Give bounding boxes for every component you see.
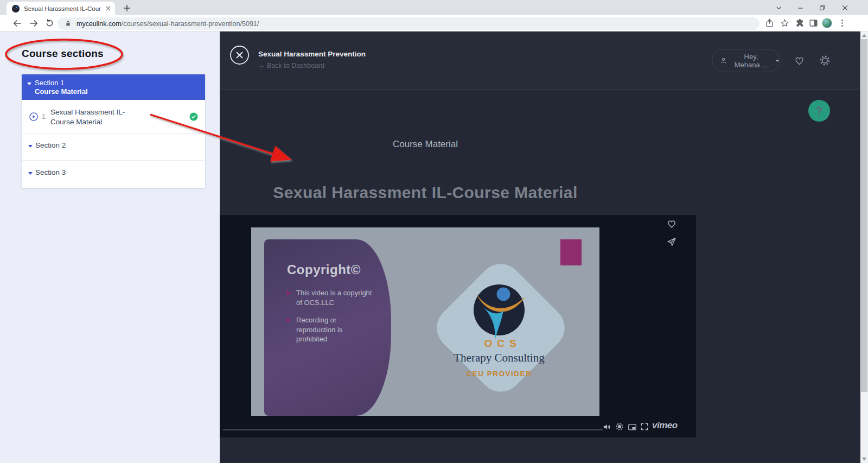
chevron-down-icon	[27, 83, 31, 85]
course-main-panel: Sexual Harassment Prevention ← Back to D…	[220, 31, 860, 463]
user-icon	[719, 56, 727, 65]
scrollbar-down-arrow[interactable]	[862, 458, 866, 460]
bookmark-star-icon[interactable]	[780, 18, 790, 29]
course-sections-sidebar: Course sections Section 1 Course Materia…	[0, 31, 220, 463]
chevron-down-icon	[28, 172, 33, 175]
lesson-item[interactable]: 1 Sexual Harassment IL- Course Material	[22, 100, 205, 134]
browser-forward-button[interactable]	[28, 18, 39, 29]
vimeo-logo[interactable]: vimeo	[652, 420, 678, 431]
slide-bullet-1: This video is a copyright of OCS.LLC	[287, 288, 372, 307]
video-slide: Copyright© This video is a copyright of …	[251, 227, 599, 416]
browser-tab[interactable]: Sexual Harassment IL-Course Ma	[7, 2, 115, 15]
volume-icon[interactable]	[602, 422, 611, 432]
scrollbar-thumb[interactable]	[861, 39, 867, 392]
user-greeting-label: Hey, Mehana ...	[731, 53, 771, 69]
bullet-1-line-1: This video is a copyright	[296, 288, 372, 298]
video-settings-gear-icon[interactable]	[615, 422, 624, 431]
back-arrow-icon: ←	[258, 62, 265, 69]
vimeo-player[interactable]: Copyright© This video is a copyright of …	[220, 215, 696, 437]
section-1-header[interactable]: Section 1 Course Material	[22, 74, 205, 100]
back-to-dashboard-label: Back to Dashboard	[267, 62, 324, 69]
section-2-header[interactable]: Section 2	[22, 134, 205, 161]
window-restore-button[interactable]	[812, 0, 832, 15]
window-minimize-button[interactable]	[790, 0, 810, 15]
scrollbar-up-arrow[interactable]	[862, 34, 866, 37]
picture-in-picture-icon[interactable]	[628, 423, 637, 432]
page-scrollbar[interactable]	[860, 31, 868, 463]
favorite-heart-icon[interactable]	[793, 54, 806, 67]
lesson-page-title: Sexual Harassment IL-Course Material	[220, 183, 631, 202]
url-domain: myceulink.com	[76, 20, 122, 28]
caret-down-icon	[775, 60, 780, 62]
bullet-2-line-3: prohibited	[296, 334, 342, 344]
lesson-title-line2: Course Material	[50, 117, 125, 127]
profile-avatar[interactable]	[822, 18, 832, 28]
window-close-button[interactable]	[834, 0, 855, 15]
ocs-logo-figure	[469, 280, 529, 340]
browser-back-button[interactable]	[12, 18, 23, 29]
bullet-triangle-icon	[287, 318, 290, 322]
chevron-down-icon	[28, 145, 33, 148]
browser-tab-strip: Sexual Harassment IL-Course Ma	[0, 0, 868, 15]
side-panel-icon[interactable]	[808, 18, 819, 29]
url-path: /courses/sexual-harassment-prevention/50…	[122, 20, 259, 28]
screenshot-root: Sexual Harassment IL-Course Ma	[0, 0, 868, 463]
settings-gear-icon[interactable]	[819, 54, 831, 67]
new-tab-button[interactable]	[122, 3, 132, 14]
browser-toolbar: myceulink.com/courses/sexual-harassment-…	[0, 15, 868, 31]
tab-title: Sexual Harassment IL-Course Ma	[24, 5, 101, 12]
bullet-1-line-2: of OCS.LLC	[296, 298, 372, 308]
address-bar[interactable]: myceulink.com/courses/sexual-harassment-…	[58, 17, 760, 30]
course-header: Sexual Harassment Prevention ← Back to D…	[220, 31, 860, 90]
section-3-label: Section 3	[35, 168, 66, 176]
url-text: myceulink.com/courses/sexual-harassment-…	[76, 20, 259, 28]
slide-bullet-2: Recording or reproduction is prohibited	[287, 315, 342, 344]
lesson-title-line1: Sexual Harassment IL-	[50, 107, 125, 117]
play-circle-icon	[29, 112, 39, 122]
bullet-triangle-icon	[287, 291, 290, 295]
browser-reload-button[interactable]	[44, 18, 55, 29]
bullet-2-line-2: reproduction is	[296, 325, 342, 335]
course-title: Sexual Harassment Prevention	[258, 50, 366, 58]
app-content: Course sections Section 1 Course Materia…	[0, 31, 868, 463]
fullscreen-icon[interactable]	[640, 422, 649, 431]
site-favicon-icon	[12, 5, 20, 12]
slide-accent-rectangle	[560, 239, 582, 265]
video-share-plane-icon[interactable]	[666, 236, 678, 248]
ocs-logo-acronym: OCS	[418, 338, 583, 350]
back-to-dashboard-link[interactable]: ← Back to Dashboard	[258, 62, 324, 69]
user-menu-button[interactable]: Hey, Mehana ...	[712, 49, 780, 72]
slide-copyright-panel: Copyright© This video is a copyright of …	[264, 239, 391, 416]
lesson-number: 1	[42, 112, 46, 120]
bullet-2-line-1: Recording or	[296, 315, 342, 325]
sections-card: Section 1 Course Material 1 Sexual Haras…	[22, 74, 205, 188]
lock-icon	[64, 20, 72, 28]
section-3-header[interactable]: Section 3	[22, 161, 205, 188]
slide-title: Copyright©	[287, 262, 361, 277]
tab-close-icon[interactable]	[106, 6, 111, 11]
ocs-logo-name: Therapy Consulting	[418, 351, 580, 365]
section-eyebrow: Course Material	[220, 139, 631, 150]
extensions-puzzle-icon[interactable]	[795, 18, 806, 29]
sidebar-heading: Course sections	[22, 48, 104, 60]
tab-search-icon[interactable]	[768, 0, 789, 15]
section-1-sublabel: Course Material	[35, 87, 88, 96]
section-1-label: Section 1	[35, 79, 64, 87]
video-like-heart-icon[interactable]	[666, 218, 678, 230]
completed-check-icon	[189, 112, 199, 122]
section-2-label: Section 2	[35, 141, 66, 149]
ocs-logo-tagline: CEU PROVIDER	[418, 370, 580, 378]
video-progress-bar[interactable]	[223, 429, 603, 430]
browser-menu-kebab-icon[interactable]	[837, 18, 848, 29]
lesson-title: Sexual Harassment IL- Course Material	[50, 107, 125, 127]
share-icon[interactable]	[764, 18, 775, 29]
help-button[interactable]: ?	[808, 100, 830, 122]
close-course-button[interactable]	[229, 45, 250, 65]
